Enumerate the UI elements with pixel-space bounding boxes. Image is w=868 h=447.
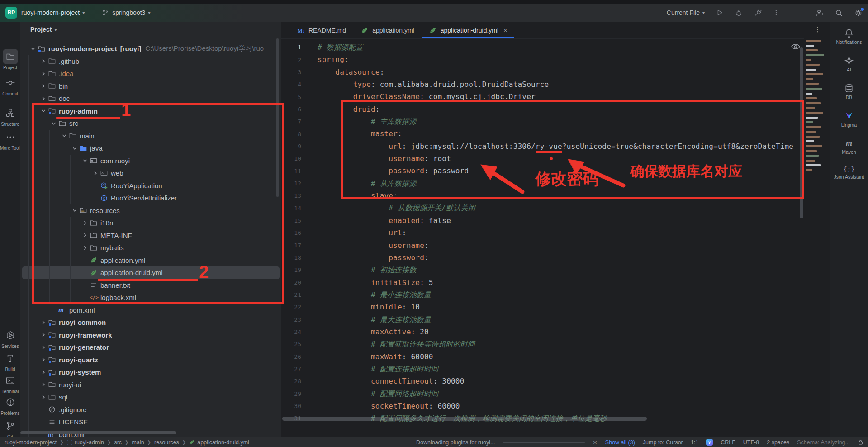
line-content[interactable]: maxActive: 20 bbox=[318, 326, 429, 338]
breadcrumb-item-main[interactable]: main bbox=[132, 439, 144, 446]
line-content[interactable]: # 初始连接数 bbox=[318, 264, 417, 276]
code-line-20[interactable]: 20 initialSize: 5 bbox=[281, 276, 804, 289]
chevron-collapsed-icon[interactable] bbox=[39, 382, 48, 387]
project-switcher[interactable]: ruoyi-modern-project bbox=[21, 9, 80, 16]
run-configuration-select[interactable]: Current File▾ bbox=[667, 9, 705, 16]
line-content[interactable]: url: bbox=[318, 227, 407, 239]
tab-options-icon[interactable]: ⋮ bbox=[814, 25, 821, 33]
tool-strip-item-maven[interactable]: mMaven bbox=[830, 138, 868, 155]
tool-strip-item-build[interactable]: Build bbox=[0, 351, 20, 372]
line-number[interactable]: 24 bbox=[281, 328, 301, 335]
line-content[interactable]: connectTimeout: 30000 bbox=[318, 375, 465, 387]
code-line-3[interactable]: 3 datasource: bbox=[281, 66, 804, 78]
line-number[interactable]: 17 bbox=[281, 242, 301, 249]
tree-item-banner.txt[interactable]: banner.txt bbox=[20, 279, 281, 292]
line-number[interactable]: 1 bbox=[281, 44, 301, 51]
line-number[interactable]: 18 bbox=[281, 254, 301, 261]
tool-strip-item-git[interactable]: Git bbox=[0, 418, 20, 439]
settings-gear-icon[interactable] bbox=[854, 9, 863, 17]
line-content[interactable]: minIdle: 10 bbox=[318, 301, 420, 313]
breadcrumb-item-application-druid.yml[interactable]: application-druid.yml bbox=[189, 439, 249, 446]
code-line-9[interactable]: 9 url: jdbc:mysql://localhost:3306/ry-vu… bbox=[281, 140, 804, 152]
chevron-expanded-icon[interactable] bbox=[70, 146, 79, 151]
tree-item-.gitignore[interactable]: .gitignore bbox=[20, 404, 281, 416]
tab-application.yml[interactable]: application.yml bbox=[353, 22, 422, 38]
tree-item-ruoyi-generator[interactable]: ruoyi-generator bbox=[20, 341, 281, 354]
line-content[interactable]: # 主库数据源 bbox=[318, 115, 417, 128]
line-number[interactable]: 7 bbox=[281, 118, 301, 125]
tree-item-src[interactable]: src bbox=[20, 117, 281, 130]
code-line-22[interactable]: 22 minIdle: 10 bbox=[281, 301, 804, 313]
code-line-26[interactable]: 26 maxWait: 60000 bbox=[281, 351, 804, 363]
code-line-1[interactable]: 1# 数据源配置 bbox=[281, 41, 804, 53]
tree-item-LICENSE[interactable]: LICENSE bbox=[20, 416, 281, 428]
chevron-collapsed-icon[interactable] bbox=[81, 233, 90, 238]
code-viewport[interactable]: 1# 数据源配置2spring:3 datasource:4 type: com… bbox=[281, 38, 804, 437]
chevron-expanded-icon[interactable] bbox=[70, 208, 79, 213]
code-line-7[interactable]: 7 # 主库数据源 bbox=[281, 115, 804, 128]
tool-strip-item-terminal[interactable]: Terminal bbox=[0, 373, 20, 394]
line-content[interactable]: maxWait: 60000 bbox=[318, 351, 433, 363]
line-content[interactable]: # 从库数据源 bbox=[318, 177, 417, 190]
line-number[interactable]: 2 bbox=[281, 57, 301, 63]
tree-item-com.ruoyi[interactable]: com.ruoyi bbox=[20, 155, 281, 167]
tree-item-java[interactable]: java bbox=[20, 142, 281, 155]
line-number[interactable]: 30 bbox=[281, 403, 301, 409]
line-number[interactable]: 4 bbox=[281, 81, 301, 88]
tool-strip-item-project[interactable]: Project bbox=[0, 49, 20, 70]
encoding-indicator[interactable]: UTF-8 bbox=[743, 439, 759, 446]
line-number[interactable]: 9 bbox=[281, 143, 301, 150]
cancel-download-icon[interactable]: ⨯ bbox=[593, 439, 597, 446]
tool-strip-item-more[interactable]: More Tool Windows bbox=[0, 129, 20, 151]
line-number[interactable]: 5 bbox=[281, 94, 301, 100]
line-number[interactable]: 23 bbox=[281, 316, 301, 323]
tree-item-bin[interactable]: bin bbox=[20, 80, 281, 93]
line-content[interactable]: # 配置网络超时时间 bbox=[318, 388, 438, 400]
tree-item-pom.xml[interactable]: mpom.xml bbox=[20, 304, 281, 317]
line-number[interactable]: 22 bbox=[281, 304, 301, 310]
tool-strip-item-structure[interactable]: Structure bbox=[0, 105, 20, 127]
line-content[interactable]: type: com.alibaba.druid.pool.DruidDataSo… bbox=[318, 78, 549, 90]
tree-item-ruoyi-admin[interactable]: ruoyi-admin bbox=[20, 105, 281, 118]
code-line-29[interactable]: 29 # 配置网络超时时间 bbox=[281, 388, 804, 400]
tool-strip-item-problems[interactable]: Problems bbox=[0, 395, 20, 416]
project-view-selector[interactable]: Project▾ bbox=[30, 26, 57, 33]
tree-item-.idea[interactable]: .idea bbox=[20, 67, 281, 80]
show-all-link[interactable]: Show all (3) bbox=[605, 439, 635, 446]
line-number[interactable]: 25 bbox=[281, 341, 301, 347]
chevron-collapsed-icon[interactable] bbox=[39, 345, 48, 350]
project-avatar[interactable]: RP bbox=[5, 7, 17, 19]
line-number[interactable]: 26 bbox=[281, 353, 301, 360]
chevron-collapsed-icon[interactable] bbox=[81, 220, 90, 226]
tree-vertical-scrollbar[interactable] bbox=[276, 38, 279, 197]
chevron-collapsed-icon[interactable] bbox=[91, 171, 100, 176]
tree-item-META-INF[interactable]: META-INF bbox=[20, 229, 281, 242]
chevron-collapsed-icon[interactable] bbox=[39, 96, 48, 101]
tree-item-ruoyi-system[interactable]: ruoyi-system bbox=[20, 366, 281, 379]
tab-README.md[interactable]: M↓README.md bbox=[290, 22, 353, 38]
line-content[interactable]: datasource: bbox=[318, 66, 384, 78]
line-content[interactable]: spring: bbox=[318, 53, 349, 66]
chevron-collapsed-icon[interactable] bbox=[39, 320, 48, 325]
tree-item-i18n[interactable]: i18n bbox=[20, 217, 281, 229]
tool-strip-item-services[interactable]: Services bbox=[0, 328, 20, 349]
code-line-5[interactable]: 5 driverClassName: com.mysql.cj.jdbc.Dri… bbox=[281, 90, 804, 103]
code-line-27[interactable]: 27 # 配置连接超时时间 bbox=[281, 363, 804, 375]
line-number[interactable]: 19 bbox=[281, 266, 301, 273]
breadcrumb-item-ruoyi-admin[interactable]: ruoyi-admin bbox=[67, 439, 104, 446]
close-tab-icon[interactable]: × bbox=[503, 27, 507, 34]
line-content[interactable]: driverClassName: com.mysql.cj.jdbc.Drive… bbox=[318, 90, 536, 103]
line-ending-indicator[interactable]: CRLF bbox=[721, 439, 735, 446]
line-number[interactable]: 15 bbox=[281, 217, 301, 224]
line-number[interactable]: 10 bbox=[281, 155, 301, 162]
tool-strip-item-notifications[interactable]: Notifications bbox=[830, 28, 868, 45]
code-line-17[interactable]: 17 username: bbox=[281, 239, 804, 252]
code-line-15[interactable]: 15 enabled: false bbox=[281, 214, 804, 227]
tab-application-druid.yml[interactable]: application-druid.yml× bbox=[422, 22, 515, 38]
code-line-28[interactable]: 28 connectTimeout: 30000 bbox=[281, 375, 804, 387]
tool-strip-item-db[interactable]: DB bbox=[830, 83, 868, 100]
chevron-collapsed-icon[interactable] bbox=[39, 71, 48, 76]
build-tool-icon[interactable] bbox=[754, 9, 762, 17]
line-content[interactable]: username: root bbox=[318, 152, 451, 165]
tree-item-ruoyi-quartz[interactable]: ruoyi-quartz bbox=[20, 354, 281, 366]
